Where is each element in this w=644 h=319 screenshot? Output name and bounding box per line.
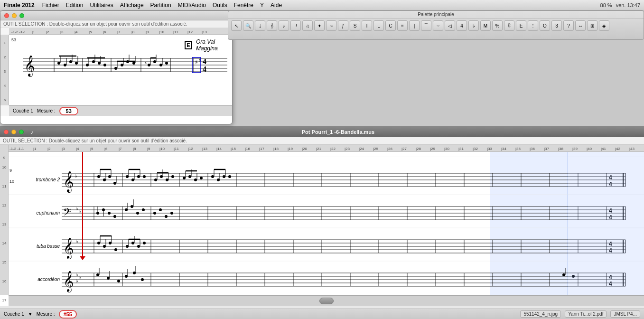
tool-tuplet[interactable]: 3 [551, 20, 562, 31]
tool-bar[interactable]: | [409, 20, 420, 31]
menubar: Finale 2012 Fichier Edition Utilitaires … [0, 0, 644, 10]
svg-text:♭: ♭ [76, 239, 78, 244]
tool-select[interactable]: ↖ [231, 20, 242, 31]
tool-lyric[interactable]: L [373, 20, 384, 31]
svg-text:|5: |5 [89, 30, 92, 34]
svg-point-183 [171, 175, 174, 178]
svg-text:-1-2 -1-1: -1-2 -1-1 [9, 147, 24, 151]
taskbar-item-3[interactable]: JMSL P4... [610, 310, 640, 318]
svg-text:|6: |6 [103, 30, 106, 34]
tool-expression[interactable]: E [516, 20, 526, 31]
tool-articulation[interactable]: ∼ [326, 20, 336, 31]
taskbar-item-2[interactable]: Yann Ti...ol 2.pdf [565, 310, 607, 318]
svg-point-54 [121, 64, 123, 66]
svg-text:accordéon: accordéon [37, 277, 60, 282]
doc-bottom-toolbar: OUTIL SÉLECTION : Double-cliquez sur un … [0, 137, 644, 145]
svg-point-284 [103, 245, 106, 248]
svg-point-290 [126, 245, 129, 248]
tool-chord[interactable]: C [385, 20, 396, 31]
taskbar-item-1[interactable]: 551142_4_n.jpg [520, 310, 561, 318]
tool-grace[interactable]: ✦ [314, 20, 325, 31]
svg-point-62 [148, 64, 150, 66]
svg-text:♭: ♭ [75, 173, 77, 178]
svg-text:|2: |2 [47, 147, 51, 151]
tool-staff[interactable]: ≡ [397, 20, 408, 31]
svg-text:|4: |4 [76, 147, 79, 151]
tool-zoom[interactable]: 🔍 [243, 20, 253, 31]
tool-measure[interactable]: M [480, 20, 491, 31]
svg-point-49 [103, 64, 106, 66]
tool-simple[interactable]: ♪ [279, 20, 289, 31]
zoom-button[interactable] [19, 13, 24, 18]
mesure-input-bottom[interactable]: #55 [59, 310, 77, 319]
doc-top-window: OUTIL SÉLECTION : Double-cliquez sur un … [0, 10, 233, 124]
menu-fenetre[interactable]: Fenêtre [234, 2, 253, 9]
zoom-button-bottom[interactable] [19, 130, 24, 134]
menu-fichier[interactable]: Fichier [42, 2, 59, 9]
svg-text:|3: |3 [62, 147, 65, 151]
close-button-bottom[interactable] [4, 130, 9, 134]
svg-point-336 [117, 280, 120, 282]
tool-hairpin[interactable]: ◁ [445, 20, 455, 31]
tool-smart[interactable]: S [350, 20, 360, 31]
svg-text:♭: ♭ [79, 275, 82, 280]
close-button[interactable] [4, 13, 9, 18]
svg-point-66 [159, 64, 162, 66]
svg-text:tuba basse: tuba basse [37, 244, 60, 249]
tool-rest[interactable]: 𝄽 [290, 20, 301, 31]
tool-mirror[interactable]: ⊞ [587, 20, 597, 31]
svg-text:|35: |35 [515, 147, 521, 151]
menu-y[interactable]: Y [260, 2, 264, 9]
tool-resize[interactable]: ↔ [575, 20, 586, 31]
svg-text:|20: |20 [302, 147, 308, 151]
menu-outils[interactable]: Outils [213, 2, 227, 9]
svg-text:♯: ♯ [144, 60, 147, 66]
tool-key[interactable]: ♭ [468, 20, 479, 31]
minimize-button[interactable] [12, 13, 17, 18]
svg-point-288 [114, 248, 117, 251]
tool-clef[interactable]: 𝄡 [504, 20, 514, 31]
svg-text:𝄢: 𝄢 [63, 206, 71, 220]
tool-ossia[interactable]: O [540, 20, 550, 31]
svg-text:|8: |8 [133, 147, 136, 151]
tool-text[interactable]: T [362, 20, 372, 31]
tool-misc[interactable]: ? [563, 20, 574, 31]
menu-utilitaires[interactable]: Utilitaires [90, 2, 113, 9]
tool-time[interactable]: 4 [457, 20, 467, 31]
tool-dynamics[interactable]: ƒ [338, 20, 348, 31]
menu-affichage[interactable]: Affichage [120, 2, 144, 9]
menu-midi-audio[interactable]: MIDI/Audio [178, 2, 206, 9]
svg-text:2: 2 [4, 55, 6, 59]
svg-point-187 [188, 175, 191, 178]
tool-layer[interactable]: ◈ [599, 20, 609, 31]
svg-text:|29: |29 [430, 147, 436, 151]
menu-aide[interactable]: Aide [271, 2, 282, 9]
svg-text:|13: |13 [202, 30, 207, 34]
svg-text:5: 5 [4, 98, 6, 102]
tool-multistaff[interactable]: ⋮ [528, 20, 538, 31]
down-arrow-icon[interactable]: ▼ [28, 311, 33, 317]
tool-note[interactable]: ♩ [255, 20, 265, 31]
tool-slur[interactable]: ⌣ [433, 20, 443, 31]
menu-edition[interactable]: Edition [66, 2, 84, 9]
battery-status: 88 % [600, 2, 612, 8]
svg-text:|43: |43 [629, 147, 635, 151]
svg-text:♯: ♯ [199, 57, 202, 64]
svg-text:♭: ♭ [79, 209, 82, 214]
svg-text:|42: |42 [615, 147, 621, 151]
svg-point-58 [132, 62, 135, 65]
svg-point-193 [211, 175, 214, 178]
menu-partition[interactable]: Partition [150, 2, 171, 9]
svg-text:|36: |36 [530, 147, 535, 151]
clock: ven. 13:47 [616, 2, 640, 8]
svg-text:♯: ♯ [195, 59, 198, 66]
tool-tie[interactable]: ⌒ [421, 20, 431, 31]
tool-speedy[interactable]: 𝄞 [267, 20, 277, 31]
tool-eighth[interactable]: ♫ [302, 20, 313, 31]
mesure-input-top[interactable]: 53 [59, 107, 78, 115]
svg-text:𝄞: 𝄞 [63, 237, 74, 260]
tool-repeat[interactable]: % [492, 20, 503, 31]
svg-point-164 [108, 175, 111, 178]
svg-text:|16: |16 [245, 147, 251, 151]
minimize-button-bottom[interactable] [11, 130, 16, 134]
